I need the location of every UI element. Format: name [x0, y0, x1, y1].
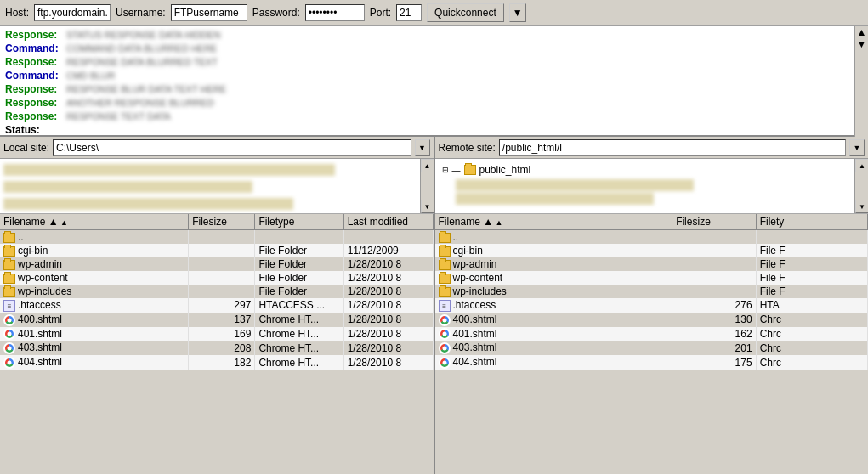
remote-file-scroll[interactable]: Filename ▲ Filesize Filety ..cgi-binFile… — [435, 214, 869, 474]
local-tree-scrollbar[interactable]: ▲ ▼ — [420, 159, 434, 213]
filetype-label: Chrome HT... — [255, 355, 343, 370]
table-row[interactable]: 401.shtml162Chrc — [435, 327, 868, 341]
log-label-7: Response: — [5, 110, 66, 123]
filesize-label — [672, 271, 757, 285]
panels-row: Local site: ▼ ▲ ▼ — [0, 137, 868, 474]
log-line-4: Command: CMD BLUR — [5, 69, 853, 82]
local-file-scroll[interactable]: Filename ▲ Filesize Filetype Last modifi… — [0, 214, 434, 474]
local-col-modified[interactable]: Last modified — [343, 214, 433, 230]
chrome-icon — [3, 328, 15, 340]
chrome-icon — [3, 357, 15, 369]
log-line-2: Command: COMMAND DATA BLURRED HERE — [5, 42, 853, 55]
filesize-label — [672, 244, 757, 257]
log-line-5: Response: RESPONSE BLUR DATA TEXT HERE — [5, 82, 853, 96]
remote-tree-scroll-down[interactable]: ▼ — [855, 200, 868, 213]
log-line-1: Response: STATUS RESPONSE DATA HIDDEN — [5, 28, 853, 42]
log-scrollbar[interactable]: ▲ ▼ — [854, 26, 868, 137]
log-scroll-up[interactable]: ▲ — [857, 26, 867, 38]
filename-label: 404.shtml — [453, 356, 497, 368]
log-scroll-down[interactable]: ▼ — [857, 38, 867, 50]
filename-label: 403.shtml — [18, 341, 62, 353]
modified-label: 11/12/2009 — [343, 244, 433, 257]
remote-col-filety[interactable]: Filety — [756, 214, 867, 230]
remote-tree-scroll-track — [855, 172, 868, 200]
remote-tree-node-public-html[interactable]: ⊟ — public_html — [439, 162, 854, 178]
table-row[interactable]: wp-includesFile Folder1/28/2010 8 — [0, 285, 433, 298]
table-row[interactable]: .. — [435, 230, 868, 245]
remote-site-bar: Remote site: ▼ — [435, 137, 869, 159]
log-label-4: Command: — [5, 69, 66, 82]
table-row[interactable]: 403.shtml208Chrome HT...1/28/2010 8 — [0, 341, 433, 355]
filename-label: 400.shtml — [18, 313, 62, 325]
filename-label: .. — [18, 231, 24, 243]
table-row[interactable]: ≡.htaccess276HTA — [435, 298, 868, 313]
local-col-filename[interactable]: Filename ▲ — [0, 214, 189, 230]
table-row[interactable]: cgi-binFile F — [435, 244, 868, 257]
tree-toggle-icon[interactable]: ⊟ — [442, 166, 449, 174]
chrome-icon — [439, 314, 451, 326]
local-tree-scroll-up[interactable]: ▲ — [421, 159, 434, 172]
remote-site-dropdown[interactable]: ▼ — [849, 139, 865, 156]
remote-col-filesize[interactable]: Filesize — [672, 214, 757, 230]
filesize-label: 208 — [189, 341, 255, 355]
port-input[interactable] — [396, 4, 422, 21]
quickconnect-dropdown-button[interactable]: ▼ — [509, 3, 526, 22]
remote-file-table: Filename ▲ Filesize Filety ..cgi-binFile… — [435, 214, 869, 370]
chrome-icon — [439, 328, 451, 340]
username-input[interactable] — [171, 4, 247, 21]
local-col-filetype[interactable]: Filetype — [255, 214, 343, 230]
log-area-wrapper: Response: STATUS RESPONSE DATA HIDDEN Co… — [0, 26, 868, 137]
chrome-icon — [439, 357, 451, 369]
table-row[interactable]: ≡.htaccess297HTACCESS ...1/28/2010 8 — [0, 298, 433, 313]
local-site-path[interactable] — [53, 139, 411, 156]
filesize-label — [189, 285, 255, 298]
local-site-bar: Local site: ▼ — [0, 137, 434, 159]
remote-site-path[interactable] — [499, 139, 846, 156]
filesize-label: 182 — [189, 355, 255, 370]
filesize-label: 137 — [189, 313, 255, 327]
host-label: Host: — [5, 7, 29, 19]
table-row[interactable]: 400.shtml130Chrc — [435, 313, 868, 327]
remote-col-filename[interactable]: Filename ▲ — [435, 214, 672, 230]
local-file-table-header: Filename ▲ Filesize Filetype Last modifi… — [0, 214, 433, 230]
log-line-8: Status: — [5, 123, 853, 137]
log-area: Response: STATUS RESPONSE DATA HIDDEN Co… — [0, 26, 868, 137]
table-row[interactable]: 403.shtml201Chrc — [435, 341, 868, 355]
table-row[interactable]: wp-contentFile Folder1/28/2010 8 — [0, 271, 433, 285]
filetype-label — [255, 230, 343, 245]
host-input[interactable] — [34, 4, 111, 21]
remote-tree-scroll-up[interactable]: ▲ — [855, 159, 868, 172]
remote-tree-scrollbar[interactable]: ▲ ▼ — [854, 159, 868, 213]
local-file-list-container: Filename ▲ Filesize Filetype Last modifi… — [0, 214, 434, 474]
password-input[interactable] — [305, 4, 365, 21]
filesize-label — [672, 257, 757, 271]
table-row[interactable]: 404.shtml175Chrc — [435, 355, 868, 370]
remote-file-list-container: Filename ▲ Filesize Filety ..cgi-binFile… — [435, 214, 869, 474]
folder-icon — [439, 260, 451, 270]
remote-tree-section: ⊟ — public_html ▲ ▼ — [435, 159, 869, 214]
table-row[interactable]: .. — [0, 230, 433, 245]
local-col-filesize[interactable]: Filesize — [189, 214, 255, 230]
filetype-label: Chrc — [756, 327, 867, 341]
table-row[interactable]: wp-adminFile Folder1/28/2010 8 — [0, 257, 433, 271]
table-row[interactable]: wp-adminFile F — [435, 257, 868, 271]
local-tree-scroll-down[interactable]: ▼ — [421, 200, 434, 213]
table-row[interactable]: wp-contentFile F — [435, 271, 868, 285]
log-label-2: Command: — [5, 42, 66, 55]
table-row[interactable]: wp-includesFile F — [435, 285, 868, 298]
tree-folder-icon — [464, 165, 476, 175]
table-row[interactable]: cgi-binFile Folder11/12/2009 — [0, 244, 433, 257]
local-tree-scroll-track — [421, 172, 434, 200]
table-row[interactable]: 404.shtml182Chrome HT...1/28/2010 8 — [0, 355, 433, 370]
modified-label: 1/28/2010 8 — [343, 313, 433, 327]
quickconnect-button[interactable]: Quickconnect — [427, 3, 504, 22]
log-label-6: Response: — [5, 96, 66, 110]
log-value-7: RESPONSE TEXT DATA — [66, 110, 171, 123]
table-row[interactable]: 400.shtml137Chrome HT...1/28/2010 8 — [0, 313, 433, 327]
modified-label: 1/28/2010 8 — [343, 341, 433, 355]
log-value-2: COMMAND DATA BLURRED HERE — [66, 42, 217, 55]
filename-label: wp-content — [18, 272, 68, 284]
local-site-dropdown[interactable]: ▼ — [415, 139, 430, 156]
table-row[interactable]: 401.shtml169Chrome HT...1/28/2010 8 — [0, 327, 433, 341]
local-file-table: Filename ▲ Filesize Filetype Last modifi… — [0, 214, 434, 370]
